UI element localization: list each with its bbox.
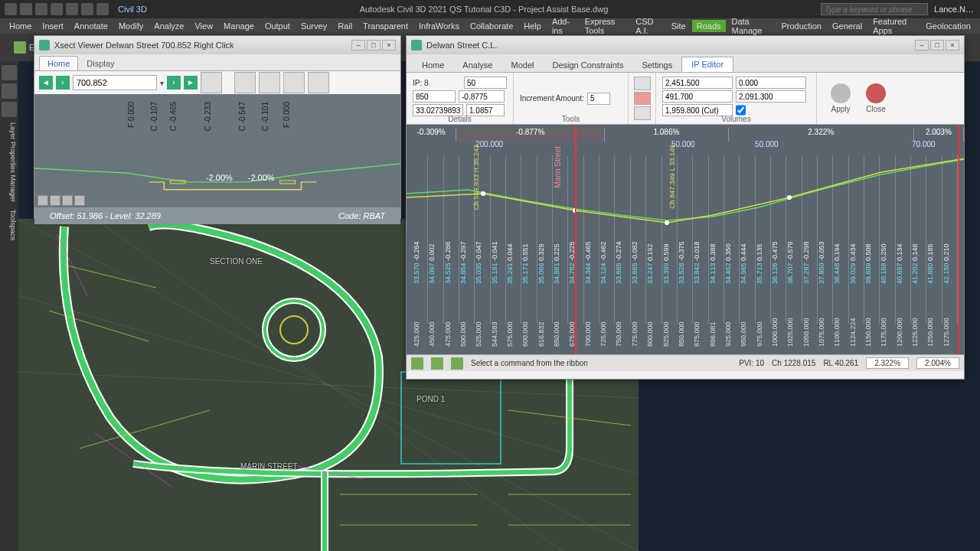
ribbon-tab[interactable]: Featured Apps — [868, 15, 920, 37]
increment-input[interactable] — [587, 93, 610, 105]
vertical-marker[interactable] — [958, 125, 959, 354]
ribbon-tab[interactable]: Analyze — [149, 20, 188, 32]
tab-settings[interactable]: Settings — [632, 58, 681, 72]
ribbon-tab[interactable]: Roads — [692, 20, 726, 32]
ribbon-tab[interactable]: Site — [667, 20, 691, 32]
volume-field[interactable] — [662, 90, 733, 103]
vbar-btn[interactable] — [2, 102, 17, 117]
ribbon-tab[interactable]: Geolocation — [921, 20, 975, 32]
ribbon-tab[interactable]: Data Manage — [727, 15, 776, 37]
ribbon-tab[interactable]: Survey — [296, 20, 332, 32]
ribbon-tab[interactable]: Production — [776, 20, 826, 32]
ribbon-tab[interactable]: Express Tools — [580, 15, 630, 37]
ribbon-tab[interactable]: Add-ins — [547, 15, 579, 37]
qat-btn[interactable] — [66, 3, 78, 15]
profile-titlebar[interactable]: Delwan Street C.L. – □ × — [407, 36, 964, 54]
ribbon-tab[interactable]: Help — [519, 20, 546, 32]
profile-chart[interactable]: -0.309% -0.877% 1.086% 2.322% 2.003% 200… — [407, 125, 964, 354]
tab-ip-editor[interactable]: IP Editor — [681, 57, 733, 72]
ribbon-tab[interactable]: Transparent — [358, 20, 413, 32]
minimize-button[interactable]: – — [915, 40, 929, 51]
plan-label: POND 1 — [416, 395, 445, 403]
tab-home[interactable]: Home — [39, 56, 78, 70]
ribbon-tab[interactable]: Insert — [38, 20, 68, 32]
mini-tool[interactable] — [50, 195, 60, 206]
qat-btn[interactable] — [35, 3, 47, 15]
next-arrow-button[interactable]: › — [167, 76, 181, 90]
diff-value: 0.134 — [896, 249, 911, 261]
qat-btn[interactable] — [5, 3, 17, 15]
ribbon-tab[interactable]: Collaborate — [466, 20, 518, 32]
vbar-btn[interactable] — [2, 65, 17, 80]
qat-btn[interactable] — [96, 3, 109, 15]
xsect-tool-button[interactable] — [283, 72, 305, 93]
tab-analyse[interactable]: Analyse — [453, 58, 501, 72]
xsect-canvas[interactable]: -2.00% -2.00% F 0.000C -0.107C -0.465C -… — [34, 94, 400, 224]
prev-arrow-button[interactable]: ‹ — [56, 76, 70, 90]
detail-field[interactable] — [459, 90, 505, 103]
vbar-btn[interactable] — [2, 83, 17, 99]
detail-field[interactable] — [413, 90, 456, 103]
ribbon-tab[interactable]: General — [828, 20, 867, 32]
diff-value: 0.508 — [864, 249, 880, 261]
grade1-readout: 2.322% — [866, 357, 909, 369]
status-icon[interactable] — [411, 357, 423, 370]
status-icon[interactable] — [431, 357, 443, 370]
chainage-value: 1025.000 — [786, 331, 802, 347]
ribbon-tab[interactable]: Modify — [114, 20, 148, 32]
vbar-label: Toolspace — [0, 207, 18, 244]
ribbon-tab[interactable]: Annotate — [70, 20, 113, 32]
tab-home[interactable]: Home — [413, 58, 453, 72]
ribbon-tab[interactable]: CSD A.I. — [631, 15, 665, 37]
ribbon-tab[interactable]: Home — [5, 20, 36, 32]
help-search-input[interactable] — [821, 3, 928, 15]
apply-button[interactable]: Apply — [823, 80, 858, 118]
diff-value: 0.444 — [740, 249, 755, 261]
diff-value: 0.551 — [521, 249, 537, 261]
xsect-titlebar[interactable]: Xsect Viewer Delwan Street 700.852 Right… — [34, 36, 400, 54]
maximize-button[interactable]: □ — [930, 40, 944, 51]
mini-tool[interactable] — [74, 195, 85, 206]
tab-display[interactable]: Display — [78, 56, 122, 70]
diff-value: -0.053 — [818, 249, 833, 261]
qat-btn[interactable] — [81, 3, 93, 15]
mini-tool[interactable] — [62, 195, 73, 206]
ribbon-tab[interactable]: Rail — [333, 20, 357, 32]
window-title: Autodesk Civil 3D 2021 QS Tutorial C3D -… — [147, 5, 821, 14]
chainage-value: 1000.000 — [771, 331, 786, 347]
delete-ip-button[interactable] — [634, 92, 651, 106]
nudge-up-button[interactable] — [634, 77, 651, 90]
xsect-tool-button[interactable] — [308, 72, 329, 93]
ribbon-tab[interactable]: View — [190, 20, 217, 32]
next-arrow-button[interactable]: ► — [184, 76, 198, 90]
ribbon-tab[interactable]: Output — [260, 20, 295, 32]
maximize-button[interactable]: □ — [367, 40, 381, 51]
ribbon-tab[interactable]: Manage — [219, 20, 259, 32]
mini-tool[interactable] — [38, 195, 48, 206]
status-icon[interactable] — [451, 357, 463, 370]
dropdown-icon[interactable]: ▾ — [160, 79, 164, 87]
xsect-tool-button[interactable] — [234, 72, 256, 93]
xsect-tool-button[interactable] — [259, 72, 280, 93]
volume-field[interactable] — [736, 90, 806, 103]
volume-field[interactable] — [736, 77, 806, 89]
close-label: Close — [866, 105, 886, 113]
level-value: 34.782 — [568, 272, 583, 284]
tab-model[interactable]: Model — [501, 58, 543, 72]
qat-btn[interactable] — [20, 3, 32, 15]
qat-btn[interactable] — [51, 3, 63, 15]
ribbon-tab[interactable]: InfraWorks — [414, 20, 464, 32]
tab-design-constraints[interactable]: Design Constraints — [543, 58, 632, 72]
minimize-button[interactable]: – — [351, 40, 365, 51]
close-button[interactable]: Close — [858, 80, 893, 118]
close-button[interactable]: × — [946, 40, 959, 51]
ip-field[interactable] — [464, 77, 507, 89]
nudge-down-button[interactable] — [634, 106, 651, 120]
prev-arrow-button[interactable]: ◄ — [39, 76, 53, 90]
xsect-tool-button[interactable] — [201, 72, 222, 93]
close-button[interactable]: × — [382, 40, 396, 51]
volume-field[interactable] — [662, 77, 733, 89]
chainage-value: 875.000 — [693, 331, 708, 347]
chainage-input[interactable] — [73, 75, 157, 90]
user-menu[interactable]: Lance.N… — [928, 5, 980, 14]
